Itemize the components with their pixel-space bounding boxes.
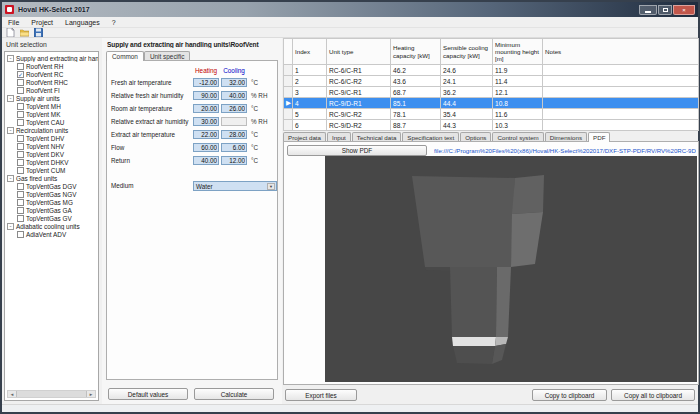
tree-item-topventgas-ngv[interactable]: TopVentGas NGV — [7, 190, 98, 198]
menu-file[interactable]: File — [8, 19, 19, 26]
checkbox-checked-icon[interactable]: ✓ — [17, 71, 24, 78]
scroll-right-icon[interactable]: ► — [87, 391, 95, 397]
chevron-down-icon[interactable]: ▼ — [267, 183, 275, 190]
tree-group-recirculation[interactable]: - Recirculation units — [7, 126, 98, 134]
tree-group-adiabatic[interactable]: - Adiabatic cooling units — [7, 222, 98, 230]
title-bar[interactable]: Hoval HK-Select 2017 × — [2, 2, 698, 17]
col-mounting-height[interactable]: Minimum mounting height [m] — [493, 39, 543, 65]
checkbox-icon[interactable] — [17, 63, 24, 70]
flow-heating-input[interactable] — [193, 143, 219, 152]
tree-group-supply-extract[interactable]: - Supply and extracting air handling uni… — [7, 54, 98, 62]
checkbox-icon[interactable] — [17, 207, 24, 214]
flow-cooling-input[interactable] — [221, 143, 247, 152]
minimize-button[interactable] — [639, 5, 657, 15]
menu-project[interactable]: Project — [31, 19, 53, 26]
checkbox-icon[interactable] — [17, 111, 24, 118]
table-row-selected[interactable]: ▶ 4RC-9/D-R185.144.410.8 — [284, 98, 699, 109]
tree-item-roofvent-rhc[interactable]: RoofVent RHC — [7, 78, 98, 86]
new-document-icon[interactable] — [6, 28, 15, 37]
col-notes[interactable]: Notes — [543, 39, 699, 65]
calculate-button[interactable]: Calculate — [194, 388, 274, 400]
return-cooling-input[interactable] — [221, 156, 247, 165]
unit-3d-preview[interactable] — [325, 156, 697, 382]
medium-select[interactable]: Water ▼ — [193, 181, 277, 191]
export-files-button[interactable]: Export files — [285, 389, 357, 401]
room-air-temp-heating-input[interactable] — [193, 104, 219, 113]
table-row[interactable]: 5RC-9/C-R278.135.411.6 — [284, 109, 699, 120]
default-values-button[interactable]: Default values — [108, 388, 188, 400]
maximize-button[interactable] — [658, 5, 672, 15]
tree-item-topvent-cum[interactable]: TopVent CUM — [7, 166, 98, 174]
unit-selection-tree[interactable]: - Supply and extracting air handling uni… — [4, 51, 99, 401]
checkbox-icon[interactable] — [17, 119, 24, 126]
collapse-icon[interactable]: - — [7, 223, 14, 230]
close-button[interactable]: × — [673, 5, 695, 15]
collapse-icon[interactable]: - — [7, 175, 14, 182]
tree-item-topvent-dhkv[interactable]: TopVent DHKV — [7, 158, 98, 166]
tree-item-topventgas-mg[interactable]: TopVentGas MG — [7, 198, 98, 206]
menu-help[interactable]: ? — [112, 19, 116, 26]
open-folder-icon[interactable] — [20, 28, 29, 37]
table-row[interactable]: 3RC-9/C-R168.736.212.1 — [284, 87, 699, 98]
col-cooling-capacity[interactable]: Sensible cooling capacity [kW] — [441, 39, 493, 65]
checkbox-icon[interactable] — [17, 231, 24, 238]
checkbox-icon[interactable] — [17, 183, 24, 190]
tree-item-roofvent-rc[interactable]: ✓RoofVent RC — [7, 70, 98, 78]
checkbox-icon[interactable] — [17, 103, 24, 110]
tree-item-topventgas-ga[interactable]: TopVentGas GA — [7, 206, 98, 214]
tree-item-roofvent-rh[interactable]: RoofVent RH — [7, 62, 98, 70]
scrollbar-thumb[interactable] — [16, 391, 87, 397]
checkbox-icon[interactable] — [17, 135, 24, 142]
return-heating-input[interactable] — [193, 156, 219, 165]
col-unit-type[interactable]: Unit type — [327, 39, 391, 65]
tree-group-gas-fired[interactable]: - Gas fired units — [7, 174, 98, 182]
pdf-file-link[interactable]: file:///C:/Program%20Files%20(x86)/Hoval… — [434, 147, 696, 154]
scroll-left-icon[interactable]: ◄ — [8, 391, 16, 397]
tree-item-topventgas-dgv[interactable]: TopVentGas DGV — [7, 182, 98, 190]
checkbox-icon[interactable] — [17, 215, 24, 222]
table-row[interactable]: 1RC-6/C-R146.224.611.9 — [284, 65, 699, 76]
fresh-air-temp-heating-input[interactable] — [193, 78, 219, 87]
checkbox-icon[interactable] — [17, 143, 24, 150]
fresh-air-humidity-heating-input[interactable] — [193, 91, 219, 100]
extract-air-temp-cooling-input[interactable] — [221, 130, 247, 139]
table-row[interactable]: 6RC-9/D-R288.744.310.3 — [284, 120, 699, 131]
checkbox-icon[interactable] — [17, 87, 24, 94]
save-icon[interactable] — [34, 28, 43, 37]
tab-common[interactable]: Common — [106, 51, 144, 61]
checkbox-icon[interactable] — [17, 159, 24, 166]
tree-item-adiavent-adv[interactable]: AdiaVent ADV — [7, 230, 98, 238]
checkbox-icon[interactable] — [17, 151, 24, 158]
tree-item-topvent-nhv[interactable]: TopVent NHV — [7, 142, 98, 150]
fresh-air-temp-cooling-input[interactable] — [221, 78, 247, 87]
checkbox-icon[interactable] — [17, 79, 24, 86]
copy-to-clipboard-button[interactable]: Copy to clipboard — [532, 389, 607, 401]
col-index[interactable]: Index — [293, 39, 327, 65]
room-air-temp-cooling-input[interactable] — [221, 104, 247, 113]
collapse-icon[interactable]: - — [7, 127, 14, 134]
extract-air-temp-heating-input[interactable] — [193, 130, 219, 139]
extract-humidity-heating-input[interactable] — [193, 117, 219, 126]
collapse-icon[interactable]: - — [7, 55, 14, 62]
copy-all-to-clipboard-button[interactable]: Copy all to clipboard — [611, 389, 695, 401]
tree-horizontal-scrollbar[interactable]: ◄ ► — [7, 390, 96, 398]
fresh-air-humidity-cooling-input[interactable] — [221, 91, 247, 100]
tree-item-topvent-mh[interactable]: TopVent MH — [7, 102, 98, 110]
tree-group-supply-air[interactable]: - Supply air units — [7, 94, 98, 102]
tab-pdf[interactable]: PDF — [588, 132, 610, 142]
tree-item-topventgas-gv[interactable]: TopVentGas GV — [7, 214, 98, 222]
tree-item-topvent-cau[interactable]: TopVent CAU — [7, 118, 98, 126]
collapse-icon[interactable]: - — [7, 95, 14, 102]
table-row[interactable]: 2RC-6/C-R243.624.111.4 — [284, 76, 699, 87]
checkbox-icon[interactable] — [17, 191, 24, 198]
checkbox-icon[interactable] — [17, 167, 24, 174]
tree-item-topvent-dhv[interactable]: TopVent DHV — [7, 134, 98, 142]
show-pdf-button[interactable]: Show PDF — [287, 145, 427, 156]
checkbox-icon[interactable] — [17, 199, 24, 206]
menu-languages[interactable]: Languages — [65, 19, 100, 26]
tree-item-topvent-mk[interactable]: TopVent MK — [7, 110, 98, 118]
tree-item-roofvent-fi[interactable]: RoofVent FI — [7, 86, 98, 94]
results-table[interactable]: Index Unit type Heating capacity [kW] Se… — [283, 38, 699, 131]
col-heating-capacity[interactable]: Heating capacity [kW] — [391, 39, 441, 65]
tree-item-topvent-dkv[interactable]: TopVent DKV — [7, 150, 98, 158]
